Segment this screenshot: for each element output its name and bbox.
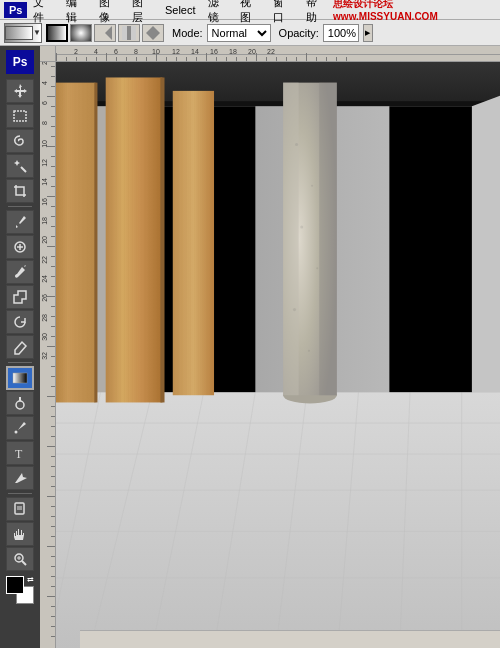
ruler-vnum-14: 14 — [41, 178, 48, 186]
ruler-vnum-30: 30 — [41, 333, 48, 341]
svg-rect-53 — [173, 91, 214, 395]
svg-line-18 — [22, 561, 26, 565]
svg-rect-1 — [122, 26, 127, 40]
ruler-vertical: 2 4 6 8 10 12 14 16 18 20 22 24 26 28 30… — [40, 46, 56, 648]
opacity-input[interactable] — [323, 24, 359, 42]
svg-marker-3 — [146, 26, 160, 40]
svg-point-59 — [311, 185, 313, 187]
ps-logo: Ps — [6, 50, 34, 74]
svg-rect-51 — [160, 77, 164, 402]
ruler-num-12: 12 — [172, 48, 180, 55]
svg-rect-4 — [14, 111, 26, 121]
ruler-vnum-20: 20 — [41, 236, 48, 244]
separator-1 — [8, 206, 32, 207]
gradient-tool-btn[interactable] — [6, 366, 34, 390]
eyedropper-btn[interactable] — [6, 210, 34, 234]
ruler-num-14: 14 — [191, 48, 199, 55]
svg-rect-2 — [131, 26, 136, 40]
swatch-arrow: ▼ — [33, 28, 41, 37]
svg-rect-27 — [56, 392, 500, 648]
ruler-vnum-16: 16 — [41, 198, 48, 206]
svg-point-61 — [316, 267, 318, 269]
canvas-image[interactable] — [56, 62, 500, 648]
ruler-vnum-12: 12 — [41, 159, 48, 167]
toolbar: Ps — [0, 46, 40, 648]
options-bar: ▼ Mode: Normal Dissolve Multiply Screen … — [0, 20, 500, 46]
ruler-vnum-22: 22 — [41, 256, 48, 264]
separator-2 — [8, 362, 32, 363]
clone-stamp-btn[interactable] — [6, 285, 34, 309]
pen-tool-btn[interactable] — [6, 416, 34, 440]
eraser-btn[interactable] — [6, 335, 34, 359]
healing-brush-btn[interactable] — [6, 235, 34, 259]
svg-point-58 — [295, 143, 298, 146]
diamond-gradient-btn[interactable] — [142, 24, 164, 42]
linear-gradient-btn[interactable] — [46, 24, 68, 42]
zoom-tool-btn[interactable] — [6, 547, 34, 571]
ruler-num-18: 18 — [229, 48, 237, 55]
lasso-tool-btn[interactable] — [6, 129, 34, 153]
mode-label: Mode: — [172, 27, 203, 39]
fg-bg-colors[interactable]: ⇄ — [6, 576, 34, 604]
svg-text:T: T — [15, 447, 23, 461]
radial-gradient-btn[interactable] — [70, 24, 92, 42]
ruler-vnum-24: 24 — [41, 275, 48, 283]
svg-point-10 — [16, 401, 24, 409]
reflected-gradient-btn[interactable] — [118, 24, 140, 42]
marquee-tool-btn[interactable] — [6, 104, 34, 128]
svg-marker-65 — [472, 93, 500, 392]
menu-window[interactable]: 窗口 — [267, 0, 300, 27]
ruler-num-2: 2 — [74, 48, 78, 55]
menu-select[interactable]: Select — [159, 2, 202, 18]
crop-tool-btn[interactable] — [6, 179, 34, 203]
svg-line-5 — [21, 167, 26, 172]
separator-3 — [8, 493, 32, 494]
type-tool-btn[interactable]: T — [6, 441, 34, 465]
ruler-num-8: 8 — [134, 48, 138, 55]
ruler-vnum-32: 32 — [41, 352, 48, 360]
svg-rect-0 — [127, 26, 131, 40]
ruler-num-20: 20 — [248, 48, 256, 55]
fg-color[interactable] — [6, 576, 24, 594]
swap-colors-icon[interactable]: ⇄ — [27, 576, 34, 584]
dodge-tool-btn[interactable] — [6, 391, 34, 415]
svg-rect-56 — [283, 83, 298, 396]
gradient-swatch[interactable]: ▼ — [4, 23, 42, 43]
ruler-vnum-6: 6 — [41, 101, 48, 105]
brand-text: 思绘设计论坛 www.MISSYUAN.COM — [333, 0, 496, 22]
history-brush-btn[interactable] — [6, 310, 34, 334]
brush-tool-btn[interactable] — [6, 260, 34, 284]
path-select-btn[interactable] — [6, 466, 34, 490]
canvas-area: 2 4 6 8 10 12 14 16 18 20 22 document.ad… — [40, 46, 500, 648]
angle-gradient-btn[interactable] — [94, 24, 116, 42]
ruler-horizontal: 2 4 6 8 10 12 14 16 18 20 22 document.ad… — [56, 46, 500, 62]
ruler-vnum-4: 4 — [41, 81, 48, 85]
svg-rect-50 — [106, 77, 163, 402]
opacity-label: Opacity: — [279, 27, 319, 39]
ruler-tick — [56, 54, 500, 55]
svg-rect-57 — [319, 83, 337, 396]
menu-ps[interactable]: Ps — [4, 2, 27, 18]
gradient-presets — [46, 24, 164, 42]
svg-rect-47 — [56, 83, 95, 403]
room-scene — [56, 62, 500, 648]
svg-point-62 — [293, 308, 296, 311]
svg-point-63 — [308, 350, 310, 352]
ruler-vnum-28: 28 — [41, 314, 48, 322]
magic-wand-btn[interactable] — [6, 154, 34, 178]
ruler-num-16: 16 — [210, 48, 218, 55]
svg-point-60 — [300, 226, 303, 229]
svg-rect-48 — [94, 83, 97, 403]
status-bar — [80, 630, 500, 648]
ruler-num-22: 22 — [267, 48, 275, 55]
hand-tool-btn[interactable] — [6, 522, 34, 546]
move-tool-btn[interactable] — [6, 79, 34, 103]
notes-btn[interactable] — [6, 497, 34, 521]
svg-rect-43 — [389, 106, 472, 392]
mode-select[interactable]: Normal Dissolve Multiply Screen Overlay — [207, 24, 271, 42]
svg-rect-9 — [13, 373, 27, 383]
ruler-num-6: 6 — [114, 48, 118, 55]
opacity-arrow[interactable]: ▶ — [363, 24, 373, 42]
ruler-vnum-18: 18 — [41, 217, 48, 225]
menu-bar: Ps 文件 编辑 图像 图层 Select 滤镜 视图 窗口 帮助 思绘设计论坛… — [0, 0, 500, 20]
